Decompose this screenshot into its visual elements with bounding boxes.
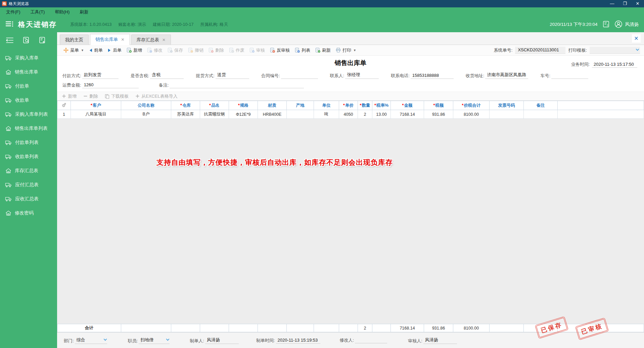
toolbar-button-4[interactable]: 新增 [124,46,144,54]
table-row[interactable]: 1八局某项目B户苏美达库抗震螺纹钢Φ12E*9HRB400E吨4050213.0… [57,110,644,119]
sidebar-item-7[interactable]: 付款单列表 [0,136,57,150]
bottom-field-6: 审核人:风清扬 [408,337,457,344]
column-header-材质[interactable]: 材质 [258,101,287,110]
toolbar-button-label: 前单 [94,47,103,53]
bottom-field-input[interactable]: 2020-11-13 15:19:53 [276,337,320,344]
doc-refresh-icon [315,48,320,53]
sidebar-item-1[interactable]: 采购入库单 [0,51,57,65]
required-asterisk: * [374,103,376,108]
tab-close-icon[interactable]: ✕ [121,37,125,42]
menu-item-1[interactable]: 工具(T) [31,9,45,15]
sidebar-item-9[interactable]: 库存汇总表 [0,164,57,178]
form-field-input[interactable]: 1260 [82,82,139,88]
note-help-icon[interactable]: ? [602,20,610,29]
table-cell[interactable]: 931.86 [424,110,453,119]
column-header-产地[interactable]: 产地 [287,101,314,110]
table-cell[interactable]: 8100.00 [453,110,490,119]
column-header-仓库[interactable]: *仓库 [171,101,200,110]
bottom-field-input[interactable] [355,342,387,343]
table-cell[interactable]: 苏美达库 [171,110,200,119]
sidebar-item-3[interactable]: 付款单 [0,79,57,93]
table-cell[interactable]: 4050 [339,110,358,119]
table-cell[interactable]: Φ12E*9 [229,110,258,119]
sidebar-collapse-icon[interactable] [5,37,14,45]
table-cell[interactable]: 吨 [314,110,339,119]
bottom-field-input[interactable]: 综合 [75,337,107,344]
form-field-input[interactable]: 款到发货 [82,72,119,79]
table-cell[interactable]: 2 [358,110,372,119]
sidebar-item-5[interactable]: 采购入库单列表 [0,107,57,121]
bottom-field-input[interactable]: 风清扬 [205,337,239,344]
column-header-备注[interactable]: 备注 [524,101,558,110]
column-header-价税合计[interactable]: *价税合计 [453,101,490,110]
tab-2[interactable]: 销售出库单✕ [90,34,130,45]
maximize-button[interactable]: ❐ [618,0,631,7]
minimize-button[interactable]: — [606,0,618,7]
biz-time-field[interactable]: 2020-11-13 15:17:50 [592,62,637,68]
form-field-input[interactable]: 15853188888 [411,73,454,79]
form-field-input[interactable] [281,73,318,79]
toolbar-button-14[interactable]: 打印▼ [333,46,359,54]
toolbar-button-12[interactable]: 列表 [292,46,313,54]
doc-add-icon[interactable] [38,36,46,46]
column-header-数量[interactable]: *数量 [358,101,372,110]
form-field-input[interactable] [551,73,588,79]
table-cell[interactable] [524,110,558,119]
sidebar-item-12[interactable]: 修改密码 [0,206,57,220]
tab-close-icon[interactable]: ✕ [162,38,166,42]
column-header-单位[interactable]: 单位 [314,101,339,110]
sidebar-item-11[interactable]: 应收汇总表 [0,192,57,206]
truck-icon [5,153,12,160]
column-header-税额[interactable]: *税额 [424,101,453,110]
table-cell[interactable]: 1 [57,110,71,119]
toolbar-button-11[interactable]: 反审核 [268,46,292,54]
bottom-field-input[interactable]: 扫地僧 [139,337,170,344]
menu-item-2[interactable]: 帮助(H) [55,9,70,15]
table-cell[interactable] [287,110,314,119]
sidebar-item-2[interactable]: 销售出库单 [0,65,57,79]
column-header-品名[interactable]: *品名 [200,101,229,110]
doc-search-icon[interactable] [22,36,30,46]
column-header-规格[interactable]: *规格 [229,101,258,110]
toolbar-button-3[interactable]: 后单 [105,46,124,54]
table-cell[interactable]: 13.00 [372,110,391,119]
table-cell[interactable]: 7168.14 [391,110,424,119]
tab-1[interactable]: 我的主页 [60,35,89,45]
sidebar-item-4[interactable]: 收款单 [0,93,57,107]
sidebar-item-8[interactable]: 收款单列表 [0,150,57,164]
column-header-发票号码[interactable]: 发票号码 [490,101,524,110]
menu-item-0[interactable]: 文件(F) [6,9,20,15]
menu-toggle-icon[interactable] [5,21,13,28]
close-all-tabs-button[interactable]: ✕ [632,34,641,43]
form-field-input[interactable]: 送货 [216,72,249,79]
table-cell[interactable]: 八局某项目 [71,110,121,119]
toolbar-button-13[interactable]: 刷新 [313,46,333,54]
print-template-select[interactable] [590,47,640,54]
form-field-input[interactable] [170,82,304,88]
close-button[interactable]: ✕ [631,0,644,7]
table-cell[interactable]: 抗震螺纹钢 [200,110,229,119]
table-cell[interactable]: B户 [121,110,171,119]
column-header-客户[interactable]: *客户 [71,101,121,110]
table-cell[interactable]: HRB400E [258,110,287,119]
column-header-税率%[interactable]: *税率% [372,101,391,110]
doc-no-input[interactable]: XSCKD20201113001 [515,47,565,54]
sidebar-item-10[interactable]: 应付汇总表 [0,178,57,192]
form-field-input[interactable]: 济南市高新区凤凰路 [485,72,528,79]
sidebar-item-6[interactable]: 销售出库单列表 [0,121,57,136]
column-header-公司名称[interactable]: 公司名称 [121,101,171,110]
form-field-input[interactable]: 含税 [150,72,184,79]
current-user-name[interactable]: 风清扬 [625,21,639,28]
column-header-金额[interactable]: *金额 [391,101,424,110]
toolbar-button-1[interactable]: 菜单▼ [61,46,86,54]
grid-settings-icon[interactable] [57,101,71,110]
tab-3[interactable]: 库存汇总表✕ [131,35,171,45]
toolbar-button-2[interactable]: 前单 [87,46,105,54]
table-cell[interactable] [490,110,524,119]
menu-item-3[interactable]: 刷新 [80,9,88,15]
form-field-input[interactable]: 张经理 [345,72,379,79]
bottom-field-input[interactable]: 风清扬 [423,337,457,344]
system-info-item: 所属机构:格天 [200,22,228,28]
column-header-单价[interactable]: *单价 [339,101,358,110]
user-avatar-icon[interactable] [614,20,623,29]
